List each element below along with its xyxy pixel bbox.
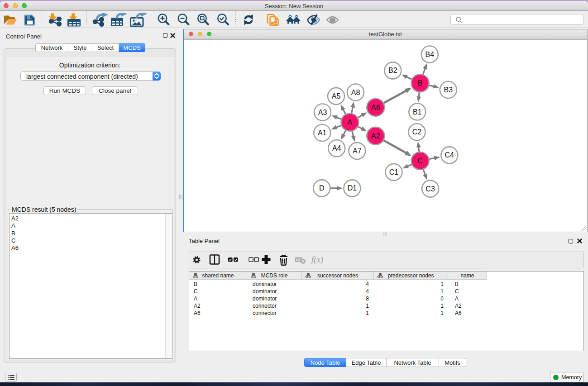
svg-text:B3: B3 [444,86,453,94]
svg-text:C4: C4 [445,151,454,159]
svg-text:A2: A2 [371,132,380,140]
svg-text:B: B [418,79,423,87]
svg-text:B4: B4 [425,51,435,58]
svg-text:C: C [417,157,423,165]
svg-text:A6: A6 [371,104,380,111]
svg-text:B1: B1 [413,108,422,116]
svg-text:D: D [319,184,325,192]
svg-text:A8: A8 [351,89,360,96]
svg-text:A5: A5 [332,92,341,100]
svg-text:A: A [348,119,353,126]
svg-text:C1: C1 [389,168,399,176]
svg-text:f(x): f(x) [311,255,323,265]
svg-text:D1: D1 [348,184,357,192]
svg-text:C3: C3 [425,185,435,193]
svg-text:C2: C2 [412,128,422,136]
svg-text:A3: A3 [318,109,327,116]
svg-text:B2: B2 [388,67,397,74]
svg-text:A1: A1 [318,129,327,137]
svg-text:A4: A4 [332,144,341,152]
svg-text:A7: A7 [353,147,362,155]
